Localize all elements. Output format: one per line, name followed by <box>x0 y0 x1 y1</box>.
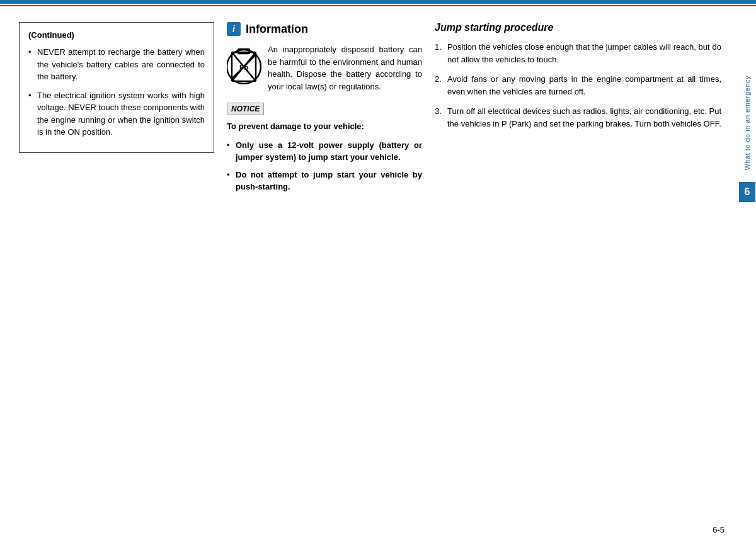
jump-list: 1. Position the vehicles close enough th… <box>435 41 721 130</box>
page-number: 6-5 <box>713 525 724 534</box>
main-content: (Continued) NEVER attempt to recharge th… <box>19 13 728 523</box>
left-column: (Continued) NEVER attempt to recharge th… <box>19 22 214 523</box>
battery-svg: Pb <box>227 43 261 84</box>
top-bar <box>0 0 756 4</box>
sub-bar <box>0 5 756 6</box>
continued-title: (Continued) <box>28 30 205 40</box>
step-number: 3. <box>435 105 442 118</box>
jump-step: 1. Position the vehicles close enough th… <box>435 41 721 65</box>
info-title: Information <box>246 23 308 36</box>
side-tab: What to do in an emergency 6 <box>738 76 756 202</box>
battery-disposal-icon: Pb <box>227 43 261 84</box>
side-tab-text: What to do in an emergency <box>743 76 751 171</box>
notice-intro: To prevent damage to your vehicle: <box>227 120 422 133</box>
notice-label: NOTICE <box>227 103 264 115</box>
info-icon: i <box>227 22 241 36</box>
side-tab-number: 6 <box>739 182 755 202</box>
continued-list: NEVER attempt to recharge the battery wh… <box>28 46 205 138</box>
info-text: An inappropriately disposed battery can … <box>268 43 422 93</box>
list-item: NEVER attempt to recharge the battery wh… <box>28 46 205 83</box>
notice-item-0: Only use a 12-volt power supply (battery… <box>236 140 422 162</box>
svg-line-6 <box>231 54 256 79</box>
list-item-text: NEVER attempt to recharge the battery wh… <box>37 47 205 81</box>
step-number: 2. <box>435 73 442 86</box>
content-row: (Continued) NEVER attempt to recharge th… <box>19 22 728 523</box>
notice-list: Only use a 12-volt power supply (battery… <box>227 139 422 193</box>
jump-step-text: Avoid fans or any moving parts in the en… <box>447 74 721 96</box>
jump-procedure-title: Jump starting procedure <box>435 22 721 33</box>
continued-box: (Continued) NEVER attempt to recharge th… <box>19 22 214 153</box>
notice-list-item: Do not attempt to jump start your vehicl… <box>227 169 422 193</box>
info-content: Pb An inappropriately disposed battery c… <box>227 43 422 93</box>
jump-step-text: Position the vehicles close enough that … <box>447 42 721 64</box>
notice-intro-text: To prevent damage to your vehicle: <box>227 121 364 131</box>
list-item-text: The electrical ignition system works wit… <box>37 91 205 137</box>
jump-step-text: Turn off all electrical devices such as … <box>447 106 721 128</box>
info-header: i Information <box>227 22 422 36</box>
notice-list-item: Only use a 12-volt power supply (battery… <box>227 139 422 164</box>
notice-item-1: Do not attempt to jump start your vehicl… <box>236 170 422 192</box>
info-icon-letter: i <box>232 24 235 34</box>
right-column: Jump starting procedure 1. Position the … <box>435 22 728 523</box>
jump-step: 2. Avoid fans or any moving parts in the… <box>435 73 721 98</box>
jump-step: 3. Turn off all electrical devices such … <box>435 105 721 130</box>
step-number: 1. <box>435 41 442 54</box>
middle-column: i Information Pb <box>227 22 422 523</box>
list-item: The electrical ignition system works wit… <box>28 89 205 138</box>
